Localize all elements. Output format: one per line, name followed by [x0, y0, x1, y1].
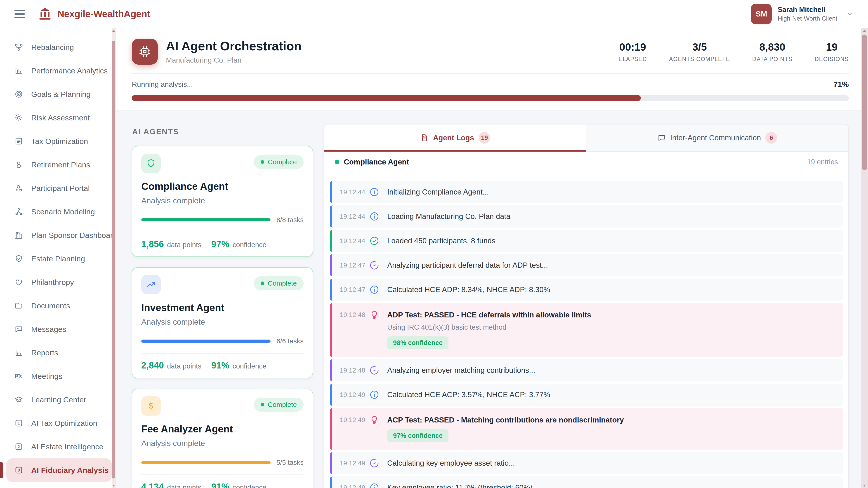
retirement-icon	[14, 160, 23, 169]
agent-name: Investment Agent	[141, 302, 304, 313]
scroll-up-icon[interactable]	[863, 30, 866, 32]
confidence-value: 91%	[211, 482, 229, 488]
page-scrollbar-thumb[interactable]	[862, 35, 867, 170]
stat-label: ELAPSED	[618, 56, 647, 62]
tab-count-badge: 6	[765, 132, 777, 144]
user-menu[interactable]: SM Sarah Mitchell High-Net-Worth Client	[751, 4, 854, 24]
sidebar: RebalancingPerformance AnalyticsGoals & …	[0, 28, 116, 488]
heart-icon	[14, 278, 23, 287]
sidebar-item-plan-sponsor-dashboard[interactable]: Plan Sponsor Dashboard	[0, 223, 116, 247]
data-points-value: 1,856	[141, 239, 164, 249]
app-title: Nexgile-WealthAgent	[57, 8, 150, 20]
info-icon	[369, 187, 379, 197]
tab-inter-agent-communication[interactable]: Inter-Agent Communication6	[586, 125, 848, 151]
menu-icon[interactable]	[14, 10, 25, 18]
loader-icon	[369, 260, 379, 270]
agent-description: Analysis complete	[141, 196, 304, 205]
log-timestamp: 19:12:44	[340, 237, 368, 245]
sidebar-item-risk-assessment[interactable]: Risk Assessment	[0, 106, 116, 129]
log-message: Loaded 450 participants, 8 funds	[387, 236, 495, 245]
sidebar-item-estate-planning[interactable]: Estate Planning	[0, 247, 116, 270]
scroll-up-icon[interactable]	[112, 30, 115, 32]
sidebar-item-ai-fiduciary-analysis[interactable]: 3AI Fiduciary Analysis	[6, 458, 112, 482]
page-subtitle: Manufacturing Co. Plan	[166, 56, 302, 64]
agent-name: Fee Analyzer Agent	[141, 423, 304, 435]
log-timestamp: 19:12:47	[340, 286, 368, 293]
sidebar-item-label: AI Tax Optimization	[31, 419, 97, 428]
scroll-down-icon[interactable]	[863, 485, 866, 487]
app-logo[interactable]: Nexgile-WealthAgent	[38, 7, 150, 21]
data-points-value: 4,134	[141, 482, 164, 488]
risk-icon	[14, 113, 23, 122]
main-content: AI Agent Orchestration Manufacturing Co.…	[116, 28, 868, 488]
trending-up-icon	[141, 275, 161, 294]
data-points-label: data points	[167, 241, 202, 249]
sidebar-item-messages[interactable]: Messages	[0, 318, 116, 341]
bank-icon	[38, 7, 52, 21]
sidebar-item-tax-optimization[interactable]: Tax Optimization	[0, 129, 116, 153]
num-icon: 2	[14, 442, 23, 451]
sidebar-item-philanthropy[interactable]: Philanthropy	[0, 270, 116, 294]
log-entry: 19:12:49ACP Test: PASSED - Matching cont…	[330, 408, 843, 450]
sponsor-icon	[14, 231, 23, 239]
agent-card-compliance-agent[interactable]: CompleteCompliance AgentAnalysis complet…	[132, 146, 313, 257]
sidebar-item-participant-portal[interactable]: Participant Portal	[0, 176, 116, 200]
agent-card-fee-analyzer-agent[interactable]: CompleteFee Analyzer AgentAnalysis compl…	[132, 389, 313, 488]
tab-agent-logs[interactable]: Agent Logs19	[324, 125, 586, 151]
confidence-value: 91%	[211, 360, 229, 370]
status-dot	[260, 282, 264, 285]
tax-icon	[14, 137, 23, 145]
sidebar-item-documents[interactable]: Documents	[0, 294, 116, 318]
num-icon: 3	[14, 466, 23, 475]
sidebar-item-scenario-modeling[interactable]: Scenario Modeling	[0, 200, 116, 223]
status-label: Complete	[268, 401, 297, 409]
sidebar-item-ai-estate-intelligence[interactable]: 2AI Estate Intelligence	[0, 435, 116, 458]
stat-agents-complete: 3/5AGENTS COMPLETE	[669, 41, 730, 62]
log-message: Calculated HCE ACP: 3.57%, NHCE ACP: 3.7…	[387, 390, 550, 399]
sidebar-item-label: Documents	[31, 301, 70, 310]
top-bar: Nexgile-WealthAgent SM Sarah Mitchell Hi…	[0, 0, 868, 28]
sidebar-item-retirement-plans[interactable]: Retirement Plans	[0, 153, 116, 176]
sidebar-item-rebalancing[interactable]: Rebalancing	[0, 35, 116, 59]
sidebar-item-meetings[interactable]: Meetings	[0, 364, 116, 388]
dollar-icon	[141, 396, 161, 416]
log-entry: 19:12:48ADP Test: PASSED - HCE deferrals…	[330, 303, 843, 357]
log-message: Analyzing employer matching contribution…	[387, 366, 535, 375]
log-timestamp: 19:12:49	[340, 391, 368, 398]
sidebar-item-ai-tax-optimization[interactable]: 1AI Tax Optimization	[0, 412, 116, 435]
sidebar-item-performance-analytics[interactable]: Performance Analytics	[0, 59, 116, 83]
sidebar-item-goals-planning[interactable]: Goals & Planning	[0, 83, 116, 106]
log-timestamp: 19:12:49	[340, 484, 368, 488]
sidebar-scrollbar[interactable]	[112, 28, 116, 488]
log-message: Initializing Compliance Agent...	[387, 188, 489, 196]
sidebar-item-label: Scenario Modeling	[31, 207, 95, 216]
info-icon	[369, 285, 379, 295]
avatar: SM	[751, 4, 772, 24]
confidence-value: 97%	[211, 239, 229, 249]
progress-label: Running analysis...	[132, 80, 193, 89]
status-badge: Complete	[254, 155, 304, 169]
page-scrollbar[interactable]	[861, 28, 868, 488]
sidebar-item-label: Estate Planning	[31, 254, 85, 263]
task-count: 8/8 tasks	[276, 216, 304, 224]
sidebar-scrollbar-thumb[interactable]	[112, 41, 115, 479]
progress-bar	[132, 95, 849, 101]
sidebar-item-label: Learning Center	[31, 395, 86, 404]
info-icon	[369, 482, 379, 488]
stat-value: 8,830	[752, 41, 793, 53]
loader-icon	[369, 365, 379, 376]
sidebar-item-learning-center[interactable]: Learning Center	[0, 388, 116, 412]
agent-card-investment-agent[interactable]: CompleteInvestment AgentAnalysis complet…	[132, 267, 313, 378]
message-icon	[657, 134, 666, 142]
goals-icon	[14, 90, 23, 98]
tab-label: Agent Logs	[433, 133, 474, 142]
sidebar-item-label: Philanthropy	[31, 278, 74, 287]
scroll-down-icon[interactable]	[112, 485, 115, 487]
log-timestamp: 19:12:49	[340, 459, 368, 467]
log-message: ADP Test: PASSED - HCE deferrals within …	[387, 310, 591, 319]
svg-text:1: 1	[18, 421, 20, 425]
sidebar-item-reports[interactable]: Reports	[0, 341, 116, 364]
log-entry: 19:12:47Analyzing participant deferral d…	[330, 254, 843, 276]
agent-description: Analysis complete	[141, 318, 304, 326]
task-count: 5/5 tasks	[276, 459, 304, 466]
